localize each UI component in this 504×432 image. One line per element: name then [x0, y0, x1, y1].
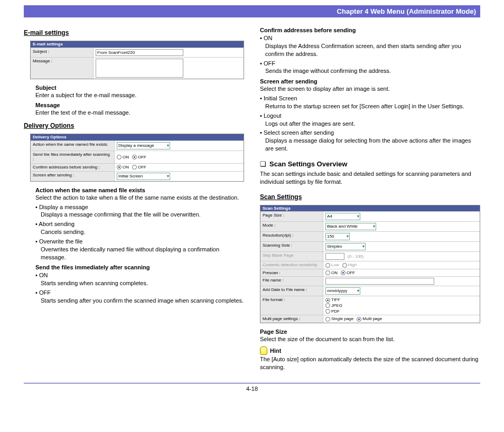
chapter-header: Chapter 4 Web Menu (Administrator Mode)	[24, 5, 480, 17]
confirm-name: Confirm addresses before sending	[260, 27, 480, 33]
bullet: • ON	[260, 34, 480, 42]
scan-settings-title: Scan Settings	[260, 193, 480, 201]
shot-label: Mode :	[260, 222, 323, 231]
subject-field-name: Subject	[35, 84, 244, 91]
action-field-name: Action when the same named file exists	[35, 187, 244, 193]
message-input	[96, 59, 183, 78]
radio-off: OFF	[132, 165, 146, 170]
date-format-select: mmddyyyy	[325, 287, 360, 295]
resolution-select: 150	[325, 233, 350, 240]
radio-on: ON	[117, 155, 129, 160]
hint-text: The [Auto size] option automatically det…	[260, 355, 480, 371]
radio-single: Single page	[325, 316, 353, 322]
overview-marker-icon: ❏	[260, 161, 266, 167]
action-desc: Select the action to take when a file of…	[35, 194, 244, 202]
shot-header: E-mail settings	[31, 41, 244, 48]
bullet: • OFF	[35, 289, 244, 297]
filename-input	[325, 278, 434, 285]
bullet: • ON	[35, 271, 244, 279]
shot-label: Message :	[31, 58, 93, 79]
shot-label: Subject :	[31, 48, 93, 57]
bullet-desc: Returns to the startup screen set for [S…	[265, 102, 480, 110]
bullet: • Abort sending	[35, 220, 244, 228]
bullet-desc: Starts sending after you confirm the sca…	[41, 297, 244, 305]
radio-on: ON	[325, 270, 338, 276]
bullet: • Logout	[260, 112, 480, 120]
radio-multi: Multi page	[357, 316, 382, 322]
delivery-options-screenshot: Delivery Options Action when the same na…	[30, 134, 244, 181]
page-number: 4-18	[24, 383, 480, 392]
subject-desc: Enter a subject for the e-mail message.	[35, 91, 244, 99]
hint-bulb-icon	[260, 346, 267, 355]
page-size-name: Page Size	[260, 328, 480, 335]
bullet-desc: Displays the Address Confirmation screen…	[265, 42, 480, 58]
bullet: • Display a message	[35, 203, 244, 211]
bullet-desc: Displays a message dialog for selecting …	[265, 137, 480, 153]
shot-label: File format :	[260, 296, 323, 315]
bullet: • Overwrite the file	[35, 238, 244, 246]
right-column: Confirm addresses before sending • ON Di…	[260, 27, 480, 372]
shot-label: Screen after sending :	[31, 172, 114, 181]
shot-header: Scan Settings	[260, 205, 480, 212]
overview-desc: The scan settings include basic and deta…	[260, 170, 480, 186]
shot-label: Resolution(dpi) :	[260, 232, 323, 241]
screen-after-name: Screen after sending	[260, 78, 480, 84]
shot-label: Multi page settings :	[260, 315, 323, 323]
range-text: (0 - 100)	[348, 254, 363, 259]
radio-off: OFF	[132, 155, 146, 160]
page-size-desc: Select the size of the document to scan …	[260, 335, 480, 343]
shot-label: Add Date to File name :	[260, 286, 323, 296]
message-field-name: Message	[35, 102, 244, 108]
shot-label: Scanning Side :	[260, 242, 323, 251]
action-select: Display a message	[117, 142, 170, 149]
screen-after-desc: Select the screen to display after an im…	[260, 85, 480, 93]
radio-off: OFF	[341, 270, 355, 276]
left-column: E-mail settings E-mail settings Subject …	[24, 27, 244, 372]
bullet-desc: Cancels sending.	[41, 228, 244, 236]
shot-label: Page Size :	[260, 212, 323, 221]
shot-label: Confirm addresses before sending :	[31, 164, 114, 171]
radio-on: ON	[117, 165, 129, 170]
message-desc: Enter the text of the e-mail message.	[35, 109, 244, 117]
radio-low: Low	[325, 262, 339, 268]
subject-input: From ScanFront220	[96, 49, 183, 56]
bullet: • Initial Screen	[260, 95, 480, 102]
email-settings-title: E-mail settings	[24, 29, 244, 36]
hint-label: Hint	[270, 348, 281, 354]
send-immediate-name: Send the files immediately after scannin…	[35, 264, 244, 270]
shot-label: File name :	[260, 277, 323, 286]
shot-label: Send the files immediately after scannin…	[31, 151, 114, 163]
shot-label: Prescan :	[260, 269, 323, 277]
shot-label: Skip Blank Page	[260, 252, 323, 261]
mode-select: Black and White	[325, 223, 376, 230]
email-settings-screenshot: E-mail settings Subject : From ScanFront…	[30, 41, 244, 79]
radio-high: High	[342, 262, 357, 268]
bullet: • OFF	[260, 60, 480, 68]
radio-tiff: TIFF	[325, 297, 340, 303]
bullet: • Select screen after sending	[260, 129, 480, 137]
bullet-desc: Displays a message confirming that the f…	[41, 211, 244, 219]
scanning-side-select: Simplex	[325, 243, 366, 250]
scan-settings-screenshot: Scan Settings Page Size :A4 Mode :Black …	[260, 205, 480, 323]
radio-jpeg: JPEG	[325, 303, 342, 308]
bullet-desc: Overwrites the identically named file wi…	[41, 246, 244, 261]
screen-select: Initial Screen	[117, 173, 170, 180]
bullet-desc: Starts sending when scanning completes.	[41, 279, 244, 287]
delivery-options-title: Delivery Options	[24, 122, 244, 129]
shot-label: Action when the same named file exists:	[31, 141, 114, 151]
page-size-select: A4	[325, 213, 360, 220]
radio-pdf: PDF	[325, 309, 340, 314]
blank-page-input	[325, 253, 344, 260]
bullet-desc: Logs out after the images are sent.	[265, 120, 480, 128]
bullet-desc: Sends the image without confirming the a…	[265, 67, 480, 75]
shot-header: Delivery Options	[31, 134, 244, 140]
shot-label: Contents detection sensitivity	[260, 261, 323, 269]
overview-title: Scan Settings Overview	[269, 160, 347, 168]
